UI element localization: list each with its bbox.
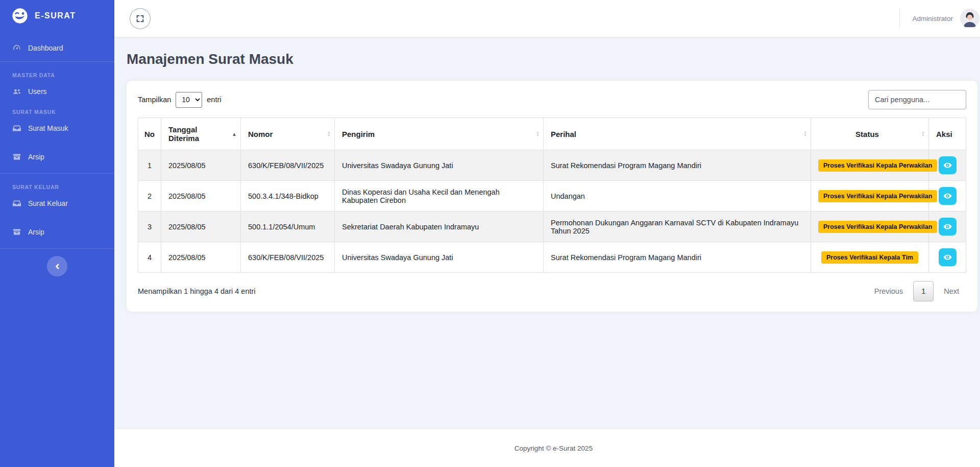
cell-nomor: 500.1.1/2054/Umum — [241, 212, 335, 242]
cell-perihal: Undangan — [544, 181, 811, 212]
search-input[interactable] — [868, 90, 966, 109]
cell-tanggal: 2025/08/05 — [161, 181, 241, 212]
table-row: 1 2025/08/05 630/K/FEB/08/VII/2025 Unive… — [138, 150, 966, 181]
pagination-previous[interactable]: Previous — [867, 283, 910, 300]
cell-pengirim: Dinas Koperasi dan Usaha Kecil dan Menen… — [335, 181, 544, 212]
status-badge: Proses Verifikasi Kepala Perwakilan — [818, 159, 937, 172]
main-area: Administrator Manajemen Surat Masuk Tamp… — [114, 0, 980, 467]
cell-tanggal: 2025/08/05 — [161, 212, 241, 242]
pagination-page-1[interactable]: 1 — [913, 281, 934, 301]
sidebar-item-arsip-keluar[interactable]: Arsip — [0, 222, 114, 242]
sidebar-item-arsip-masuk[interactable]: Arsip — [0, 147, 114, 167]
brand[interactable]: E-SURAT — [0, 0, 114, 31]
sort-icon: ▲ ▼ — [327, 131, 331, 137]
sidebar-collapse-button[interactable] — [47, 256, 67, 276]
top-navbar: Administrator — [114, 0, 980, 37]
sidebar-divider — [0, 61, 114, 62]
copyright-text: Copyright © e-Surat 2025 — [514, 445, 593, 452]
sidebar-section-surat-keluar: SURAT KELUAR — [0, 177, 114, 193]
cell-pengirim: Universitas Swadaya Gunung Jati — [335, 242, 544, 273]
users-icon — [12, 87, 21, 96]
table-row: 4 2025/08/05 630/K/FEB/08/VII/2025 Unive… — [138, 242, 966, 273]
cell-perihal: Surat Rekomendasi Program Magang Mandiri — [544, 242, 811, 273]
cell-nomor: 500.3.4.1/348-Bidkop — [241, 181, 335, 212]
page-footer: Copyright © e-Surat 2025 — [114, 429, 980, 467]
cell-no: 1 — [138, 150, 161, 181]
column-header-no[interactable]: No — [138, 118, 161, 150]
eye-icon — [943, 160, 952, 170]
sidebar-item-users[interactable]: Users — [0, 81, 114, 102]
sidebar-item-label: Dashboard — [28, 44, 63, 52]
sidebar-item-surat-masuk[interactable]: Surat Masuk — [0, 118, 114, 138]
column-header-status[interactable]: Status ▲ ▼ — [811, 118, 929, 150]
archive-icon — [12, 227, 21, 237]
cell-status: Proses Verifikasi Kepala Perwakilan — [811, 181, 929, 212]
surat-masuk-table: No Tanggal Diterima ▲ Nomor ▲ ▼ Pengirim — [138, 118, 966, 273]
user-name[interactable]: Administrator — [912, 15, 953, 22]
pagination: Previous 1 Next — [867, 281, 966, 301]
cell-tanggal: 2025/08/05 — [161, 150, 241, 181]
table-info: Menampilkan 1 hingga 4 dari 4 entri — [138, 287, 256, 295]
view-detail-button[interactable] — [939, 156, 957, 174]
eye-icon — [943, 191, 952, 201]
cell-perihal: Permohonan Dukungan Anggaran Karnaval SC… — [544, 212, 811, 242]
column-header-aksi: Aksi — [929, 118, 966, 150]
sidebar: E-SURAT Dashboard MASTER DATA Users SURA… — [0, 0, 114, 467]
column-header-perihal[interactable]: Perihal ▲ ▼ — [544, 118, 811, 150]
sidebar-section-surat-masuk: SURAT MASUK — [0, 102, 114, 118]
sidebar-section-master-data: MASTER DATA — [0, 65, 114, 81]
entries-suffix-label: entri — [207, 96, 221, 104]
sort-ascending-icon: ▲ — [232, 131, 237, 137]
fullscreen-button[interactable] — [130, 8, 151, 29]
cell-perihal: Surat Rekomendasi Program Magang Mandiri — [544, 150, 811, 181]
eye-icon — [943, 222, 952, 231]
sort-icon: ▲ ▼ — [921, 131, 925, 137]
cell-no: 3 — [138, 212, 161, 242]
cell-pengirim: Universitas Swadaya Gunung Jati — [335, 150, 544, 181]
column-header-nomor[interactable]: Nomor ▲ ▼ — [241, 118, 335, 150]
column-header-tanggal-diterima[interactable]: Tanggal Diterima ▲ — [161, 118, 241, 150]
sidebar-item-label: Users — [28, 87, 47, 96]
chevron-left-icon — [54, 263, 61, 270]
content-area: Manajemen Surat Masuk Tampilkan 10 entri — [114, 37, 980, 429]
cell-no: 2 — [138, 181, 161, 212]
entries-prefix-label: Tampilkan — [138, 96, 171, 104]
person-avatar[interactable] — [960, 9, 979, 28]
page-title: Manajemen Surat Masuk — [127, 51, 977, 67]
fullscreen-icon — [136, 14, 144, 23]
cell-no: 4 — [138, 242, 161, 273]
cell-status: Proses Verifikasi Kepala Perwakilan — [811, 150, 929, 181]
status-badge: Proses Verifikasi Kepala Perwakilan — [818, 190, 937, 202]
view-detail-button[interactable] — [939, 248, 957, 266]
cell-pengirim: Sekretariat Daerah Kabupaten Indramayu — [335, 212, 544, 242]
brand-name: E-SURAT — [35, 11, 76, 20]
cell-status: Proses Verifikasi Kepala Tim — [811, 242, 929, 273]
grin-wink-face-icon — [11, 7, 29, 25]
archive-icon — [12, 152, 21, 161]
cell-status: Proses Verifikasi Kepala Perwakilan — [811, 212, 929, 242]
surat-masuk-card: Tampilkan 10 entri No — [127, 81, 977, 312]
sidebar-divider — [0, 248, 114, 249]
view-detail-button[interactable] — [939, 187, 957, 205]
view-detail-button[interactable] — [939, 218, 957, 236]
cell-nomor: 630/K/FEB/08/VII/2025 — [241, 150, 335, 181]
sidebar-item-label: Surat Masuk — [28, 124, 68, 132]
table-header-row: No Tanggal Diterima ▲ Nomor ▲ ▼ Pengirim — [138, 118, 966, 150]
status-badge: Proses Verifikasi Kepala Tim — [821, 251, 918, 264]
entries-control: Tampilkan 10 entri — [138, 92, 222, 108]
column-header-pengirim[interactable]: Pengirim ▲ ▼ — [335, 118, 544, 150]
sort-icon: ▲ ▼ — [803, 131, 807, 137]
sidebar-item-dashboard[interactable]: Dashboard — [0, 38, 114, 58]
pagination-next[interactable]: Next — [937, 283, 966, 300]
gauge-icon — [12, 43, 21, 53]
sidebar-divider — [0, 173, 114, 174]
inbox-icon — [12, 124, 21, 133]
cell-nomor: 630/K/FEB/08/VII/2025 — [241, 242, 335, 273]
cell-tanggal: 2025/08/05 — [161, 242, 241, 273]
cell-aksi — [929, 242, 966, 273]
sidebar-item-surat-keluar[interactable]: Surat Keluar — [0, 193, 114, 214]
status-badge: Proses Verifikasi Kepala Perwakilan — [818, 221, 937, 233]
sidebar-item-label: Arsip — [28, 228, 44, 236]
entries-select[interactable]: 10 — [176, 92, 202, 108]
sidebar-item-label: Surat Keluar — [28, 199, 68, 207]
